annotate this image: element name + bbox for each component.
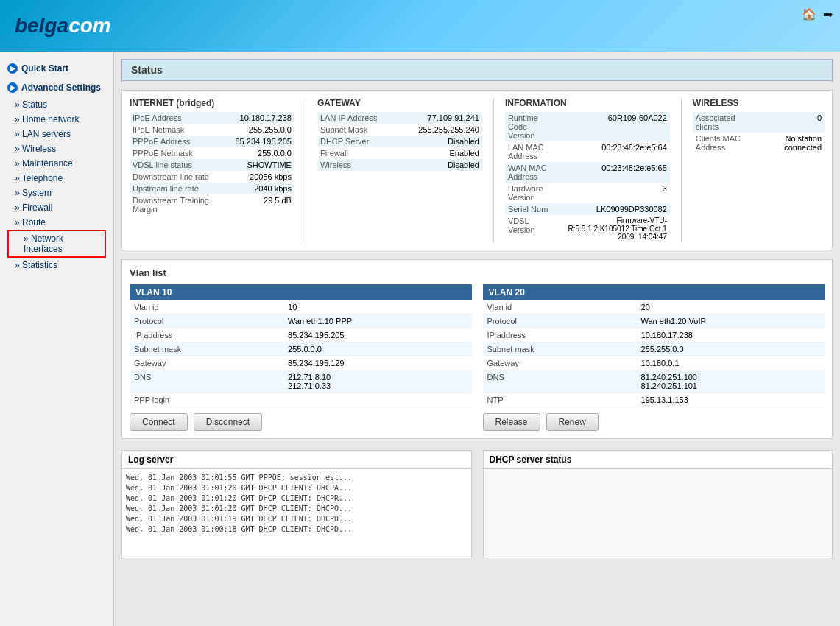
table-row: Wireless Disabled bbox=[317, 159, 482, 171]
sidebar-item-telephone[interactable]: » Telephone bbox=[0, 171, 113, 186]
header-icons: 🏠 ➡ bbox=[802, 7, 833, 21]
internet-table: IPoE Address 10.180.17.238 IPoE Netmask … bbox=[130, 112, 294, 215]
table-row: WAN MAC Address 00:23:48:2e:e5:65 bbox=[505, 162, 670, 183]
table-row: NTP 195.13.1.153 bbox=[483, 393, 825, 407]
sidebar-item-system[interactable]: » System bbox=[0, 186, 113, 200]
connect-button[interactable]: Connect bbox=[130, 413, 188, 431]
table-row: Protocol Wan eth1.20 VoIP bbox=[483, 314, 825, 328]
content-area: Status INTERNET (bridged) IPoE Address 1… bbox=[114, 52, 840, 626]
table-row: PPP login bbox=[130, 393, 472, 407]
table-row: PPPoE Netmask 255.0.0.0 bbox=[130, 147, 294, 159]
sidebar-item-firewall[interactable]: » Firewall bbox=[0, 200, 113, 215]
vlan10-block: VLAN 10 Vlan id 10 Protocol Wan eth1.10 … bbox=[130, 284, 472, 431]
sidebar: ▶ Quick Start ▶ Advanced Settings » Stat… bbox=[0, 52, 114, 626]
table-row: IPoE Netmask 255.255.0.0 bbox=[130, 124, 294, 136]
renew-button[interactable]: Renew bbox=[546, 413, 599, 431]
main-layout: ▶ Quick Start ▶ Advanced Settings » Stat… bbox=[0, 52, 840, 626]
vlan20-header: VLAN 20 bbox=[483, 284, 825, 300]
table-row: DHCP Server Disabled bbox=[317, 136, 482, 147]
page-title: Status bbox=[121, 59, 833, 81]
table-row: IPoE Address 10.180.17.238 bbox=[130, 112, 294, 124]
header: belgacom 🏠 ➡ bbox=[0, 0, 840, 52]
sidebar-item-status[interactable]: » Status bbox=[0, 97, 113, 112]
sidebar-item-advanced-settings[interactable]: ▶ Advanced Settings bbox=[0, 78, 113, 97]
logo: belgacom bbox=[15, 14, 111, 38]
table-row: DNS 81.240.251.10081.240.251.101 bbox=[483, 370, 825, 393]
information-table: Runtime Code Version 60R109-60A022 LAN M… bbox=[505, 112, 670, 242]
divider1 bbox=[306, 98, 306, 242]
sidebar-item-quick-start[interactable]: ▶ Quick Start bbox=[0, 59, 113, 78]
vlan20-block: VLAN 20 Vlan id 20 Protocol Wan eth1.20 … bbox=[483, 284, 825, 431]
table-row: Firewall Enabled bbox=[317, 147, 482, 159]
dhcp-status-title: DHCP server status bbox=[484, 451, 833, 469]
table-row: Gateway 10.180.0.1 bbox=[483, 356, 825, 370]
vlan10-table: Vlan id 10 Protocol Wan eth1.10 PPP IP a… bbox=[130, 300, 472, 407]
table-row: VDSL Version Firmware-VTU-R:5.5.1.2|K105… bbox=[505, 215, 670, 242]
table-row: Subnet Mask 255.255.255.240 bbox=[317, 124, 482, 136]
vlan20-table: Vlan id 20 Protocol Wan eth1.20 VoIP IP … bbox=[483, 300, 825, 407]
dhcp-status-content bbox=[484, 469, 833, 558]
table-row: Vlan id 10 bbox=[130, 300, 472, 314]
sidebar-item-lan-servers[interactable]: » LAN servers bbox=[0, 127, 113, 141]
vlan-list-section: Vlan list VLAN 10 Vlan id 10 Protocol Wa… bbox=[121, 259, 833, 439]
divider2 bbox=[493, 98, 494, 242]
log-server-content: Wed, 01 Jan 2003 01:01:55 GMT PPPOE: ses… bbox=[122, 469, 471, 558]
gateway-table: LAN IP Address 77.109.91.241 Subnet Mask… bbox=[317, 112, 482, 171]
vlan20-buttons: Release Renew bbox=[483, 413, 825, 431]
table-row: Gateway 85.234.195.129 bbox=[130, 356, 472, 370]
table-row: LAN MAC Address 00:23:48:2e:e5:64 bbox=[505, 141, 670, 162]
table-row: Vlan id 20 bbox=[483, 300, 825, 314]
table-row: LAN IP Address 77.109.91.241 bbox=[317, 112, 482, 124]
table-row: Clients MAC Address No station connected bbox=[693, 133, 825, 153]
internet-title: INTERNET (bridged) bbox=[130, 98, 294, 108]
table-row: Hardware Version 3 bbox=[505, 183, 670, 203]
log-server-title: Log server bbox=[122, 451, 471, 469]
table-row: Serial Num LK09099DP330082 bbox=[505, 203, 670, 215]
wireless-title: WIRELESS bbox=[693, 98, 825, 108]
disconnect-button[interactable]: Disconnect bbox=[194, 413, 262, 431]
table-row: Upstream line rate 2040 kbps bbox=[130, 183, 294, 194]
information-section: INFORMATION Runtime Code Version 60R109-… bbox=[505, 98, 670, 242]
dhcp-status-section: DHCP server status bbox=[483, 450, 833, 558]
table-row: IP address 10.180.17.238 bbox=[483, 328, 825, 342]
sidebar-item-maintenance[interactable]: » Maintenance bbox=[0, 156, 113, 171]
vlan-grid: VLAN 10 Vlan id 10 Protocol Wan eth1.10 … bbox=[130, 284, 825, 431]
internet-section: INTERNET (bridged) IPoE Address 10.180.1… bbox=[130, 98, 294, 242]
table-row: Downstream line rate 20056 kbps bbox=[130, 171, 294, 183]
release-button[interactable]: Release bbox=[483, 413, 540, 431]
sidebar-item-route[interactable]: » Route bbox=[0, 215, 113, 230]
divider3 bbox=[681, 98, 682, 242]
table-row: Downstream Training Margin 29.5 dB bbox=[130, 194, 294, 215]
table-row: Associated clients 0 bbox=[693, 112, 825, 133]
table-row: IP address 85.234.195.205 bbox=[130, 328, 472, 342]
gateway-section: GATEWAY LAN IP Address 77.109.91.241 Sub… bbox=[317, 98, 482, 242]
table-row: Runtime Code Version 60R109-60A022 bbox=[505, 112, 670, 141]
top-info-section: INTERNET (bridged) IPoE Address 10.180.1… bbox=[121, 90, 833, 250]
wireless-table: Associated clients 0 Clients MAC Address… bbox=[693, 112, 825, 153]
home-icon[interactable]: 🏠 bbox=[802, 7, 816, 21]
table-row: VDSL line status SHOWTIME bbox=[130, 159, 294, 171]
table-row: DNS 212.71.8.10212.71.0.33 bbox=[130, 370, 472, 393]
table-row: Subnet mask 255.255.0.0 bbox=[483, 342, 825, 356]
vlan10-header: VLAN 10 bbox=[130, 284, 472, 300]
quick-start-icon: ▶ bbox=[7, 63, 18, 74]
vlan-list-title: Vlan list bbox=[130, 267, 825, 278]
table-row: Subnet mask 255.0.0.0 bbox=[130, 342, 472, 356]
table-row: PPPoE Address 85.234.195.205 bbox=[130, 136, 294, 147]
wireless-section: WIRELESS Associated clients 0 Clients MA… bbox=[693, 98, 825, 242]
log-server-section: Log server Wed, 01 Jan 2003 01:01:55 GMT… bbox=[121, 450, 472, 558]
sidebar-item-network-interfaces[interactable]: » Network Interfaces bbox=[7, 230, 106, 258]
logout-icon[interactable]: ➡ bbox=[823, 7, 833, 21]
table-row: Protocol Wan eth1.10 PPP bbox=[130, 314, 472, 328]
sidebar-item-statistics[interactable]: » Statistics bbox=[0, 258, 113, 272]
information-title: INFORMATION bbox=[505, 98, 670, 108]
vlan10-buttons: Connect Disconnect bbox=[130, 413, 472, 431]
sidebar-item-home-network[interactable]: » Home network bbox=[0, 112, 113, 127]
advanced-settings-icon: ▶ bbox=[7, 82, 18, 93]
log-section: Log server Wed, 01 Jan 2003 01:01:55 GMT… bbox=[121, 450, 833, 558]
gateway-title: GATEWAY bbox=[317, 98, 482, 108]
sidebar-item-wireless[interactable]: » Wireless bbox=[0, 141, 113, 156]
